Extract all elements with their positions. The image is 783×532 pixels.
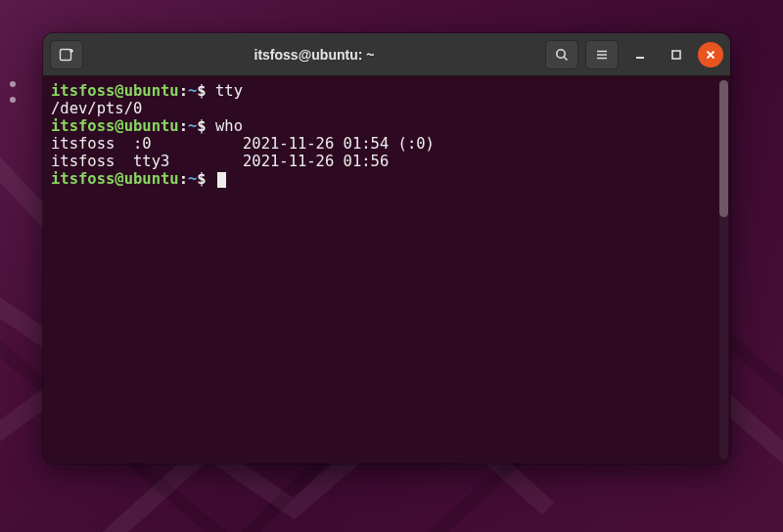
svg-line-4 — [564, 57, 567, 60]
decorative-dots — [10, 81, 16, 103]
who-output: itsfoss :0 2021-11-26 01:54 (:0)itsfoss … — [51, 135, 722, 170]
svg-point-3 — [557, 49, 565, 57]
svg-rect-9 — [672, 51, 680, 59]
output-line: itsfoss tty3 2021-11-26 01:56 — [51, 153, 722, 170]
window-title: itsfoss@ubuntu: ~ — [89, 47, 539, 63]
close-icon — [705, 49, 716, 61]
menu-button[interactable] — [585, 40, 619, 69]
terminal-body[interactable]: itsfoss@ubuntu:~$ tty /dev/pts/0 itsfoss… — [43, 76, 730, 464]
prompt-user-host: itsfoss@ubuntu — [51, 82, 179, 100]
output-line: itsfoss :0 2021-11-26 01:54 (:0) — [51, 135, 722, 153]
minimize-icon — [633, 48, 647, 62]
prompt-line: itsfoss@ubuntu:~$ — [51, 170, 722, 188]
new-tab-button[interactable] — [50, 40, 83, 69]
search-button[interactable] — [545, 40, 578, 69]
maximize-icon — [669, 48, 683, 62]
search-icon — [554, 47, 570, 63]
prompt-line: itsfoss@ubuntu:~$ who — [51, 117, 722, 135]
terminal-window: itsfoss@ubuntu: ~ — [43, 33, 730, 464]
output-line: /dev/pts/0 — [51, 100, 722, 117]
command-text: who — [215, 117, 243, 135]
command-text: tty — [215, 82, 243, 100]
svg-rect-0 — [61, 49, 71, 60]
scrollbar-thumb[interactable] — [719, 80, 728, 217]
minimize-button[interactable] — [625, 40, 655, 69]
close-button[interactable] — [698, 42, 723, 67]
titlebar: itsfoss@ubuntu: ~ — [43, 33, 730, 76]
prompt-line: itsfoss@ubuntu:~$ tty — [51, 82, 722, 100]
cursor — [217, 172, 226, 188]
maximize-button[interactable] — [662, 40, 691, 69]
hamburger-icon — [594, 47, 610, 63]
